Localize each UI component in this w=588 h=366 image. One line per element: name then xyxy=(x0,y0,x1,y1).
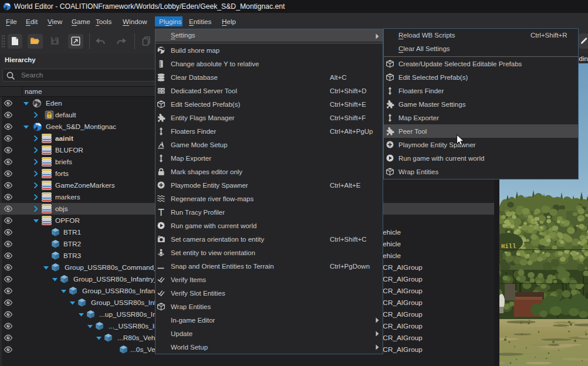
svg-text:Hill: Hill xyxy=(501,243,516,250)
